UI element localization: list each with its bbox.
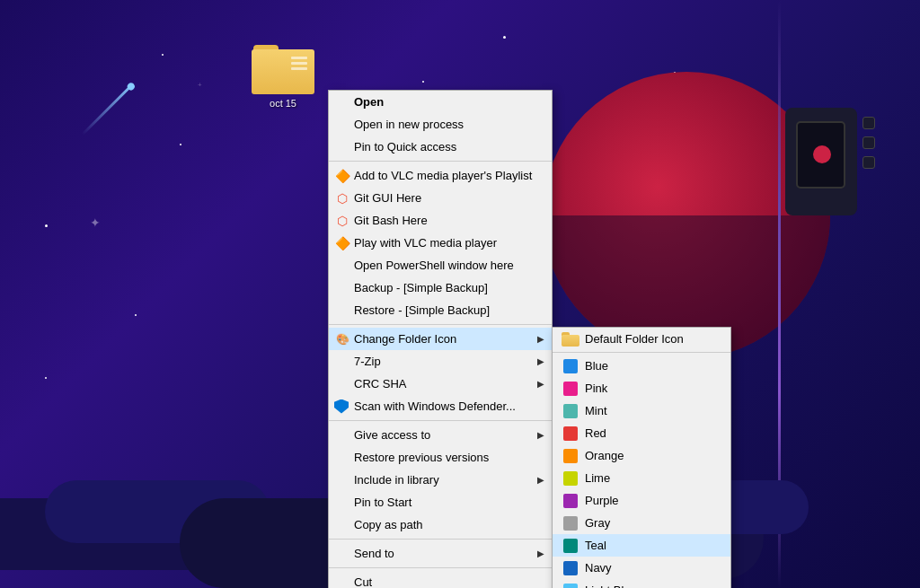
submenu-item-gray[interactable]: Gray [553, 512, 730, 534]
blue-color-swatch [563, 359, 578, 373]
deco-star: + [198, 81, 202, 89]
submenu-item-light-blue[interactable]: Light Blue [553, 579, 730, 588]
star [503, 36, 506, 39]
folder-line [291, 67, 307, 70]
folder-line [291, 62, 307, 65]
git-icon: ⬡ [334, 190, 350, 206]
submenu-separator [553, 352, 730, 353]
deco-star: ✦ [90, 215, 101, 230]
menu-item-open[interactable]: Open [329, 91, 552, 113]
robot-illustration [776, 108, 866, 287]
menu-item-change-folder-icon[interactable]: 🎨 Change Folder Icon Default Folder Icon… [329, 328, 552, 350]
menu-item-git-bash[interactable]: ⬡ Git Bash Here [329, 209, 552, 232]
navy-color-swatch [563, 561, 578, 575]
menu-item-restore[interactable]: Restore - [Simple Backup] [329, 299, 552, 321]
shooting-star [82, 83, 135, 136]
menu-item-restore-previous[interactable]: Restore previous versions [329, 446, 552, 469]
submenu-item-purple[interactable]: Purple [553, 489, 730, 512]
menu-item-send-to[interactable]: Send to [329, 542, 552, 565]
menu-item-pin-start[interactable]: Pin to Start [329, 491, 552, 513]
separator [329, 161, 552, 162]
star [45, 377, 47, 379]
git-bash-icon: ⬡ [334, 213, 350, 229]
red-color-swatch [563, 426, 578, 441]
submenu-item-pink[interactable]: Pink [553, 377, 730, 399]
star [180, 144, 181, 145]
gray-color-swatch [563, 516, 578, 531]
separator [329, 420, 552, 421]
menu-item-copy-path[interactable]: Copy as path [329, 513, 552, 536]
vlc-play-icon: 🔶 [334, 235, 350, 251]
submenu: Default Folder Icon Blue Pink Mint [552, 327, 731, 588]
robot-body [785, 108, 857, 215]
folder-body [252, 49, 314, 94]
menu-item-git-gui[interactable]: ⬡ Git GUI Here [329, 187, 552, 209]
menu-item-pin-quick-access[interactable]: Pin to Quick access [329, 136, 552, 158]
separator [329, 539, 552, 540]
shield-icon [334, 399, 349, 414]
context-menu: Open Open in new process Pin to Quick ac… [328, 90, 553, 588]
menu-item-crc-sha[interactable]: CRC SHA [329, 373, 552, 395]
desktop: ✦ ✦ + + ✦ [0, 0, 920, 588]
folder-shape [252, 45, 314, 94]
menu-item-open-new-process[interactable]: Open in new process [329, 113, 552, 136]
teal-color-swatch [563, 539, 578, 553]
submenu-item-navy[interactable]: Navy [553, 557, 730, 579]
robot-btn-1 [862, 117, 875, 129]
menu-item-add-vlc[interactable]: 🔶 Add to VLC media player's Playlist [329, 164, 552, 187]
light-blue-color-swatch [563, 584, 578, 589]
menu-item-play-vlc[interactable]: 🔶 Play with VLC media player [329, 232, 552, 254]
pink-color-swatch [563, 382, 578, 396]
menu-item-powershell[interactable]: Open PowerShell window here [329, 254, 552, 276]
robot-btn-3 [862, 156, 875, 169]
robot-screen [796, 121, 845, 189]
lime-color-swatch [563, 471, 578, 486]
folder-default-icon [562, 332, 579, 347]
robot-btn-2 [862, 136, 875, 149]
orange-color-swatch [563, 449, 578, 463]
menu-item-backup[interactable]: Backup - [Simple Backup] [329, 276, 552, 299]
robot-buttons [862, 117, 875, 169]
folder-icon[interactable]: oct 15 [252, 45, 314, 109]
purple-color-swatch [563, 494, 578, 508]
submenu-item-mint[interactable]: Mint [553, 399, 730, 422]
menu-item-7zip[interactable]: 7-Zip [329, 350, 552, 373]
separator [329, 567, 552, 568]
folder-default-body [562, 335, 579, 347]
menu-item-give-access[interactable]: Give access to [329, 424, 552, 446]
menu-item-cut[interactable]: Cut [329, 571, 552, 588]
folder-painter-icon: 🎨 [334, 331, 350, 347]
submenu-item-blue[interactable]: Blue [553, 355, 730, 377]
submenu-item-lime[interactable]: Lime [553, 467, 730, 489]
menu-item-include-library[interactable]: Include in library [329, 469, 552, 491]
submenu-item-red[interactable]: Red [553, 422, 730, 444]
submenu-item-teal[interactable]: Teal [553, 534, 730, 557]
separator [329, 324, 552, 325]
submenu-item-orange[interactable]: Orange [553, 444, 730, 467]
robot-dot [813, 145, 831, 163]
submenu-item-default[interactable]: Default Folder Icon [553, 328, 730, 350]
star [45, 224, 48, 227]
menu-item-scan-defender[interactable]: Scan with Windows Defender... [329, 395, 552, 417]
star [162, 54, 164, 56]
mint-color-swatch [563, 404, 578, 418]
folder-lines [291, 57, 307, 73]
folder-line [291, 57, 307, 59]
vlc-icon: 🔶 [334, 168, 350, 184]
star [422, 81, 424, 83]
folder-label: oct 15 [252, 98, 314, 109]
star [135, 314, 137, 316]
